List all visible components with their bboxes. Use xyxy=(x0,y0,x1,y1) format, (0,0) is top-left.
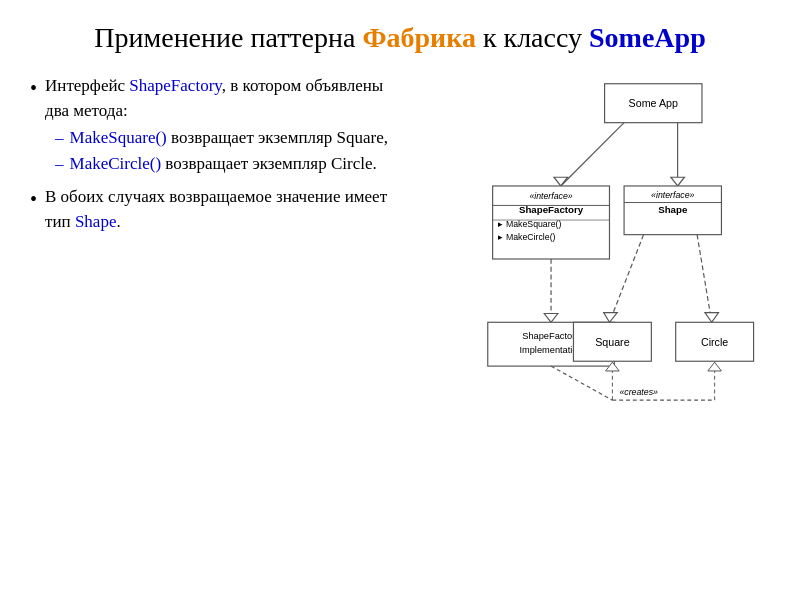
bullet1-text1: Интерфейс xyxy=(45,76,129,95)
svg-text:«creates»: «creates» xyxy=(619,388,658,398)
svg-text:«interface»: «interface» xyxy=(529,191,572,201)
uml-diagram: Some App «interface» ShapeFactory ▸ Make… xyxy=(410,74,770,590)
svg-marker-23 xyxy=(604,313,618,323)
svg-text:Square: Square xyxy=(595,336,630,348)
svg-line-30 xyxy=(551,366,612,400)
sub-dash-2: – xyxy=(55,152,64,177)
svg-text:«interface»: «interface» xyxy=(651,190,694,200)
page: Применение паттерна Фабрика к классу Som… xyxy=(0,0,800,600)
make-circle-link: MakeCircle() xyxy=(70,154,162,173)
sub-dash-1: – xyxy=(55,126,64,151)
sub-item-2-content: MakeCircle() возвращает экземпляр Circle… xyxy=(70,152,377,177)
svg-text:Shape: Shape xyxy=(658,205,688,216)
svg-line-24 xyxy=(697,235,712,323)
shape-link: Shape xyxy=(75,212,117,231)
title-highlight1: Фабрика xyxy=(362,22,475,53)
sub-item-1: – MakeSquare() возвращает экземпляр Squa… xyxy=(55,126,400,151)
svg-text:ShapeFactory: ShapeFactory xyxy=(519,205,584,216)
make-square-link: MakeSquare() xyxy=(70,128,167,147)
svg-text:Circle: Circle xyxy=(701,336,728,348)
svg-text:Some App: Some App xyxy=(629,97,678,109)
bullet-2-content: В обоих случаях возвращаемое значение им… xyxy=(45,185,400,234)
bullet-2: • В обоих случаях возвращаемое значение … xyxy=(30,185,400,234)
svg-text:▸ MakeCircle(): ▸ MakeCircle() xyxy=(498,232,555,242)
diagram-svg: Some App «interface» ShapeFactory ▸ Make… xyxy=(410,74,770,444)
svg-line-22 xyxy=(609,235,643,323)
sub-bullets-1: – MakeSquare() возвращает экземпляр Squa… xyxy=(55,126,400,177)
sub-item-1-content: MakeSquare() возвращает экземпляр Square… xyxy=(70,126,389,151)
bullet2-text2: . xyxy=(116,212,120,231)
bullet-1: • Интерфейс ShapeFactory, в котором объя… xyxy=(30,74,400,179)
title-part2: к классу xyxy=(476,22,589,53)
title-highlight2: SomeApp xyxy=(589,22,706,53)
svg-line-2 xyxy=(561,123,624,186)
make-square-text: возвращает экземпляр Square, xyxy=(167,128,388,147)
bullet1-link: ShapeFactory xyxy=(129,76,221,95)
bullet-1-content: Интерфейс ShapeFactory, в котором объявл… xyxy=(45,74,400,179)
bullet-dot-2: • xyxy=(30,185,37,214)
title-part1: Применение паттерна xyxy=(94,22,362,53)
sub-item-2: – MakeCircle() возвращает экземпляр Circ… xyxy=(55,152,400,177)
bullet-dot-1: • xyxy=(30,74,37,103)
svg-text:ShapeFactory: ShapeFactory xyxy=(522,331,580,341)
svg-marker-36 xyxy=(708,363,722,372)
page-title: Применение паттерна Фабрика к классу Som… xyxy=(30,20,770,56)
diagram-column: Some App «interface» ShapeFactory ▸ Make… xyxy=(410,74,770,590)
svg-marker-5 xyxy=(671,178,685,187)
make-circle-text: возвращает экземпляр Circle. xyxy=(161,154,377,173)
text-column: • Интерфейс ShapeFactory, в котором объя… xyxy=(30,74,400,590)
svg-marker-25 xyxy=(705,313,719,323)
content-row: • Интерфейс ShapeFactory, в котором объя… xyxy=(30,74,770,590)
svg-marker-18 xyxy=(544,314,558,323)
